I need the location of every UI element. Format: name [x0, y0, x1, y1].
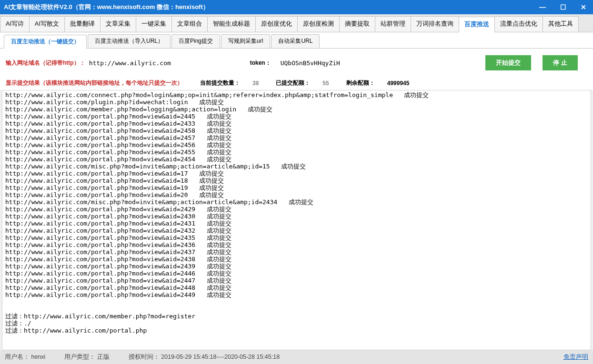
- log-panel: http://www.ailyric.com/connect.php?mod=l…: [2, 90, 591, 350]
- stop-button[interactable]: 停 止: [543, 55, 578, 70]
- minimize-icon[interactable]: —: [536, 2, 549, 12]
- status-bar: 用户名： henxi 用户类型： 正版 授权时间： 2019-05-29 15:…: [0, 350, 593, 364]
- sub-tab-1[interactable]: 百度主动推送（导入URL）: [88, 34, 171, 48]
- submitted-quota-value: 55: [322, 80, 329, 87]
- main-tab-0[interactable]: AI写诗: [0, 16, 30, 32]
- main-tab-7[interactable]: 原创度优化: [255, 16, 298, 32]
- main-tab-bar: AI写诗AI写散文批量翻译文章采集一键采集文章组合智能生成标题原创度优化原创度检…: [0, 14, 593, 32]
- submitted-quota-label: 已提交配额：: [276, 79, 310, 87]
- usertype-value: 正版: [97, 354, 110, 360]
- username-label: 用户名：: [5, 354, 30, 360]
- start-submit-button[interactable]: 开始提交: [485, 55, 531, 70]
- token-label: token：: [250, 59, 271, 67]
- current-count-value: 38: [252, 80, 259, 87]
- authtime-label: 授权时间：: [129, 354, 160, 360]
- domain-input[interactable]: [89, 59, 194, 67]
- main-tab-9[interactable]: 摘要提取: [339, 16, 375, 32]
- main-tab-4[interactable]: 一键采集: [136, 16, 172, 32]
- username-value: henxi: [31, 354, 45, 360]
- maximize-icon[interactable]: ☐: [557, 2, 569, 12]
- status-row: 显示提交结果（该模块推送网站内部链接地址，每个地址只提交一次） 当前提交数量： …: [0, 77, 593, 90]
- sub-tab-3[interactable]: 写规则采集url: [221, 34, 270, 48]
- sub-tab-bar: 百度主动推送（一键提交）百度主动推送（导入URL）百度Ping提交写规则采集ur…: [0, 32, 593, 49]
- result-label: 显示提交结果（该模块推送网站内部链接地址，每个地址只提交一次）: [6, 79, 183, 87]
- remaining-quota-label: 剩余配额：: [346, 79, 375, 87]
- main-tab-3[interactable]: 文章采集: [100, 16, 136, 32]
- main-tab-8[interactable]: 原创度检测: [297, 16, 340, 32]
- usertype-label: 用户类型：: [64, 354, 95, 360]
- main-tab-14[interactable]: 其他工具: [543, 16, 579, 32]
- current-count-label: 当前提交数量：: [200, 79, 240, 87]
- sub-tab-4[interactable]: 自动采集URL: [271, 34, 320, 48]
- close-icon[interactable]: ✕: [578, 2, 589, 12]
- token-value: UQbOSnB5vHHqyZiH: [281, 59, 340, 67]
- main-tab-1[interactable]: AI写散文: [29, 16, 65, 32]
- sub-tab-2[interactable]: 百度Ping提交: [171, 34, 220, 48]
- domain-label: 输入网址域名（记得带http）：: [6, 59, 85, 67]
- input-row: 输入网址域名（记得带http）： token： UQbOSnB5vHHqyZiH…: [0, 49, 593, 77]
- main-tab-2[interactable]: 批量翻译: [64, 16, 101, 32]
- main-tab-10[interactable]: 站群管理: [375, 16, 411, 32]
- main-tab-12[interactable]: 百度推送: [459, 17, 495, 32]
- main-tab-6[interactable]: 智能生成标题: [207, 16, 256, 32]
- authtime-value: 2019-05-29 15:45:18----2020-05-28 15:45:…: [161, 354, 280, 360]
- disclaimer-link[interactable]: 免责声明: [563, 353, 588, 361]
- log-textarea[interactable]: http://www.ailyric.com/connect.php?mod=l…: [2, 90, 591, 350]
- main-tab-13[interactable]: 流量点击优化: [494, 16, 543, 32]
- window-titlebar: AI文章智能处理软件V2.0（官网：www.henxisoft.com 微信：h…: [0, 0, 593, 14]
- main-tab-11[interactable]: 万词排名查询: [411, 16, 459, 32]
- window-title: AI文章智能处理软件V2.0（官网：www.henxisoft.com 微信：h…: [4, 3, 536, 11]
- sub-tab-0[interactable]: 百度主动推送（一键提交）: [4, 35, 87, 49]
- remaining-quota-value: 4999945: [387, 80, 410, 87]
- main-tab-5[interactable]: 文章组合: [171, 16, 208, 32]
